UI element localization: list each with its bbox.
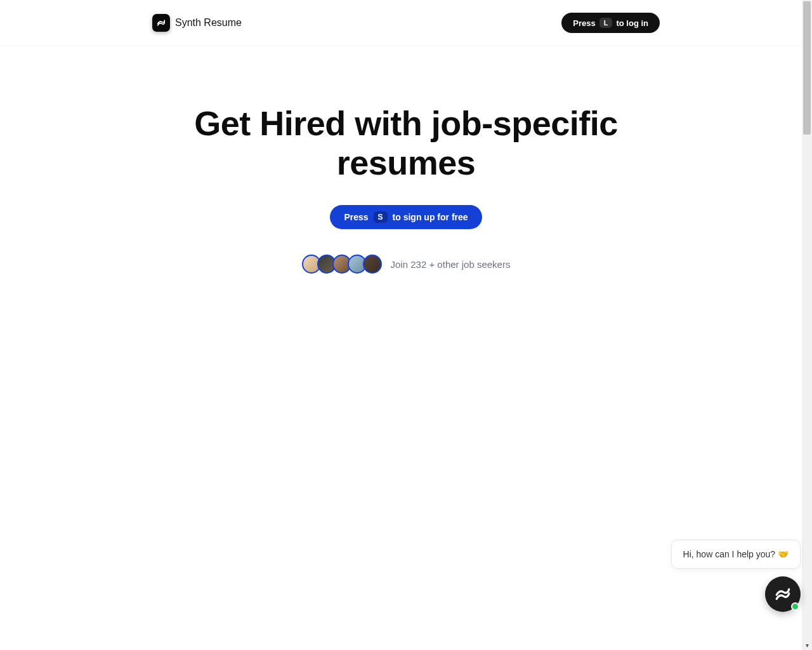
brand-name: Synth Resume: [175, 17, 242, 29]
signup-press-label: Press: [344, 212, 368, 222]
hero-section: Get Hired with job-specific resumes Pres…: [0, 46, 812, 274]
signup-key-badge: S: [374, 211, 388, 223]
scrollbar-thumb[interactable]: [803, 1, 811, 135]
avatar-stack: [302, 255, 382, 274]
login-button[interactable]: Press L to log in: [561, 13, 660, 33]
chat-launcher-icon: [775, 586, 791, 602]
login-action-label: to log in: [616, 18, 648, 28]
avatar: [363, 255, 382, 274]
social-proof-text: Join 232 + other job seekers: [391, 259, 511, 270]
chat-greeting-text: Hi, how can I help you? 🤝: [683, 549, 789, 559]
page-header: Synth Resume Press L to log in: [0, 0, 812, 46]
scrollbar-track[interactable]: ▾: [802, 0, 812, 650]
brand[interactable]: Synth Resume: [152, 14, 242, 32]
scroll-down-arrow-icon[interactable]: ▾: [802, 640, 812, 650]
social-proof: Join 232 + other job seekers: [0, 255, 812, 274]
chat-launcher-button[interactable]: [765, 576, 801, 612]
signup-action-label: to sign up for free: [393, 212, 468, 222]
login-key-badge: L: [599, 18, 613, 28]
status-online-indicator: [791, 602, 799, 611]
login-press-label: Press: [573, 18, 595, 28]
chat-greeting-bubble[interactable]: Hi, how can I help you? 🤝: [671, 540, 801, 569]
signup-button[interactable]: Press S to sign up for free: [330, 205, 481, 229]
logo-icon: [152, 14, 170, 32]
hero-title: Get Hired with job-specific resumes: [165, 103, 647, 182]
